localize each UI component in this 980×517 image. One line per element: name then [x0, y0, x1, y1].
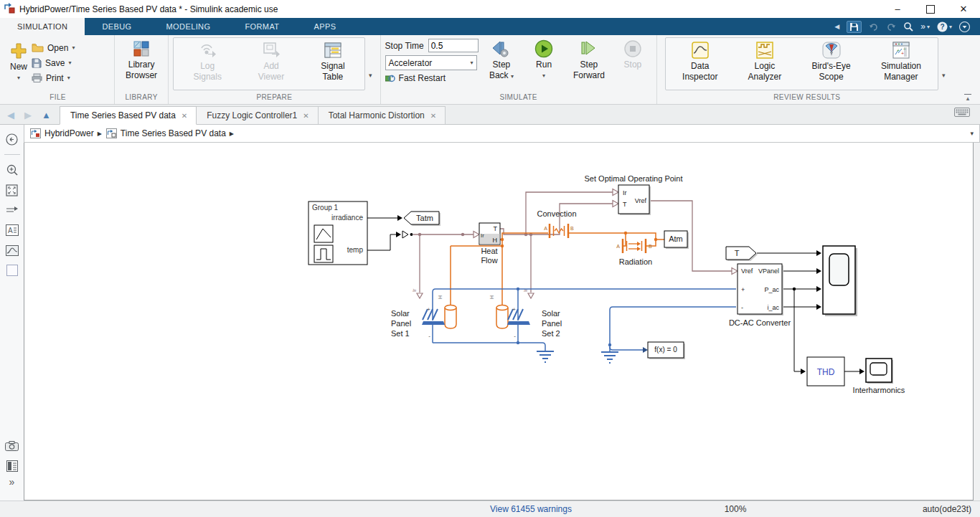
area-tool[interactable] [6, 260, 18, 280]
nav-forward-button[interactable]: ▶ [24, 110, 32, 120]
simulation-manager-label1: Simulation [881, 61, 921, 72]
birdseye-scope-button[interactable]: Bird's-Eye Scope [807, 39, 854, 85]
step-forward-button[interactable]: Step Forward [565, 37, 614, 83]
model-data-tool[interactable] [6, 456, 18, 476]
model-canvas[interactable] [24, 143, 974, 501]
stop-time-input[interactable] [428, 39, 479, 52]
favorites-button[interactable]: »▾ [920, 22, 930, 32]
signal-table-button[interactable]: Signal Table [316, 39, 349, 85]
print-button[interactable]: Print ▾ [32, 70, 75, 85]
tab-format[interactable]: FORMAT [227, 18, 296, 35]
print-icon [32, 73, 42, 82]
fit-to-view-tool[interactable] [6, 180, 18, 200]
section-library: Library Browser LIBRARY [115, 35, 169, 104]
simulation-mode-select[interactable]: Accelerator ▾ [385, 55, 477, 70]
chevron-down-icon: ▾ [927, 24, 930, 30]
open-label: Open [47, 43, 68, 53]
sidebar-divider [4, 154, 20, 155]
toolstrip: New ▾ Open ▾ Save ▾ Print ▾ [0, 35, 980, 105]
tab-apps[interactable]: APPS [296, 18, 353, 35]
fast-restart-toggle[interactable]: Fast Restart [385, 73, 480, 83]
tab-simulation[interactable]: SIMULATION [0, 18, 85, 35]
chevron-down-icon: ▾ [17, 72, 20, 83]
search-icon [903, 22, 913, 32]
palette-sidebar: A » [0, 125, 24, 501]
fast-restart-label: Fast Restart [399, 73, 446, 83]
help-button[interactable]: ? ▾ [937, 22, 952, 32]
collapse-toolstrip-button[interactable]: ▴ [957, 91, 979, 104]
document-tab-bar: ◀ ▶ ▲ Time Series Based PV data ✕ Fuzzy … [0, 105, 980, 125]
close-button[interactable]: ✕ [947, 0, 980, 18]
close-tab-icon[interactable]: ✕ [182, 112, 187, 120]
prepare-overflow-button[interactable]: ▾ [365, 72, 376, 79]
breadcrumb-item-hybridpower[interactable]: HybridPower ▶ [30, 128, 102, 138]
chevron-left-icon[interactable]: ◀ [834, 23, 839, 30]
step-back-label2: Back [489, 70, 509, 80]
simulation-manager-label2: Manager [884, 72, 918, 82]
doc-tab-label: Fuzzy Logic Controller1 [207, 110, 297, 120]
logic-analyzer-button[interactable]: Logic Analyzer [744, 39, 786, 85]
open-button[interactable]: Open ▾ [32, 40, 75, 55]
chevron-right-icon[interactable]: ▶ [230, 131, 234, 137]
prepare-caption: PREPARE [173, 93, 376, 104]
keyboard-shortcuts-icon[interactable] [954, 107, 970, 124]
review-overflow-button[interactable]: ▾ [938, 72, 949, 79]
new-button[interactable]: New ▾ [6, 37, 32, 85]
favorites-icon: » [920, 22, 925, 32]
close-tab-icon[interactable]: ✕ [303, 112, 308, 120]
step-back-button[interactable]: Step Back ▾ [479, 37, 523, 84]
breadcrumb-item-time-series[interactable]: Time Series Based PV data ▶ [106, 128, 234, 138]
solver-status[interactable]: auto(ode23t) [923, 504, 971, 514]
tab-debug[interactable]: DEBUG [85, 18, 149, 35]
library-label-line2: Browser [126, 70, 157, 81]
maximize-button[interactable] [914, 0, 947, 18]
doc-tab-thd[interactable]: Total Harmonic Distortion ✕ [319, 106, 446, 124]
annotation-tool[interactable]: A [6, 220, 19, 240]
chevron-right-icon[interactable]: ▶ [98, 131, 102, 137]
warnings-link[interactable]: View 61455 warnings [402, 504, 660, 514]
chevron-down-icon: ▾ [67, 75, 70, 81]
quick-access-toolbar: ◀ »▾ ? ▾ [834, 18, 980, 35]
minimize-button[interactable]: – [881, 0, 914, 18]
nav-back-button[interactable]: ◀ [7, 110, 14, 120]
library-label-line1: Library [128, 60, 155, 70]
add-viewer-label2: Viewer [258, 72, 284, 82]
add-viewer-icon [262, 41, 281, 60]
hide-explorer-button[interactable] [6, 129, 18, 149]
breadcrumb-dropdown[interactable]: ▾ [970, 130, 974, 137]
log-signals-button: Log Signals [189, 39, 226, 85]
library-caption: LIBRARY [119, 93, 164, 104]
svg-text:?: ? [940, 23, 944, 31]
log-signals-label1: Log [200, 61, 215, 72]
screenshot-tool[interactable] [5, 436, 19, 456]
search-button[interactable] [903, 22, 913, 32]
breadcrumb: HybridPower ▶ Time Series Based PV data … [24, 125, 980, 143]
image-annotation-tool[interactable] [6, 240, 19, 260]
workspace: A » HybridPower ▶ Time Series Based PV d… [0, 125, 980, 501]
section-file: New ▾ Open ▾ Save ▾ Print ▾ [1, 35, 115, 104]
expand-sidebar-button[interactable]: » [9, 476, 15, 501]
library-browser-button[interactable]: Library Browser [121, 37, 161, 83]
redo-button[interactable] [886, 22, 896, 31]
birdseye-scope-label1: Bird's-Eye [811, 61, 850, 72]
step-forward-icon [579, 39, 599, 58]
zoom-in-tool[interactable] [6, 160, 19, 180]
run-button[interactable]: Run ▾ [523, 37, 564, 83]
doc-tab-fuzzy-logic[interactable]: Fuzzy Logic Controller1 ✕ [197, 106, 318, 124]
simulation-manager-button[interactable]: +++ Simulation Manager [877, 39, 925, 85]
window-title: HybridPower/Time Series Based PV data * … [19, 4, 278, 14]
signal-table-label1: Signal [321, 61, 344, 72]
close-tab-icon[interactable]: ✕ [430, 112, 436, 120]
minimize-toolstrip-button[interactable] [959, 22, 970, 32]
save-button[interactable]: Save ▾ [32, 55, 75, 70]
nav-up-button[interactable]: ▲ [42, 110, 51, 120]
title-bar: HybridPower/Time Series Based PV data * … [0, 0, 980, 18]
signal-routing-tool[interactable] [6, 200, 19, 220]
quick-save-button[interactable] [847, 21, 862, 33]
simulink-app-icon [4, 2, 15, 16]
tab-modeling[interactable]: MODELING [149, 18, 228, 35]
section-prepare: Log Signals Add Viewer Signal Table ▾ PR… [169, 35, 381, 104]
undo-button[interactable] [869, 22, 879, 31]
data-inspector-button[interactable]: Data Inspector [678, 39, 722, 85]
doc-tab-time-series[interactable]: Time Series Based PV data ✕ [60, 106, 197, 125]
